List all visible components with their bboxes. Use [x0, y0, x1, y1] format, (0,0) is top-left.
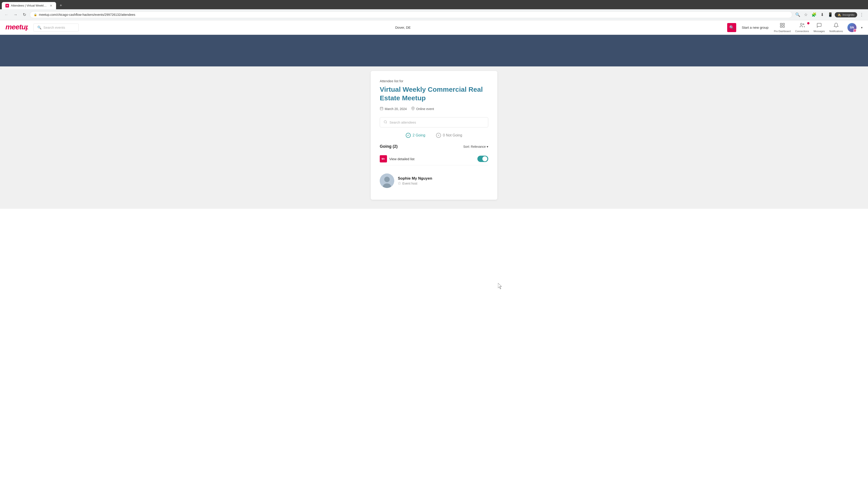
location-display[interactable]: Dover, DE	[84, 26, 722, 29]
incognito-label: Incognito	[842, 13, 855, 17]
not-going-stat[interactable]: 0 Not Going	[436, 133, 462, 138]
avatar-badge: M	[853, 29, 857, 32]
search-placeholder: Search events	[43, 26, 65, 29]
attendee-avatar-bg	[380, 173, 394, 188]
meetup-logo[interactable]: meetup	[5, 23, 28, 32]
nav-pro-dashboard[interactable]: Pro Dashboard	[774, 23, 791, 33]
attendee-avatar	[380, 173, 394, 188]
lock-icon: 🔒	[34, 13, 37, 16]
tab-bar: M Attendees | Virtual Weekly Com ✕ +	[0, 0, 868, 9]
tab-favicon: M	[5, 4, 9, 7]
pro-dashboard-label: Pro Dashboard	[774, 30, 791, 33]
search-browser-button[interactable]: 🔍	[794, 11, 801, 18]
avatar-badge-text: M	[854, 29, 856, 31]
avatar-image: SN M	[847, 23, 857, 32]
reload-button[interactable]: ↻	[21, 11, 28, 18]
chevron-down-icon: ▾	[487, 145, 488, 149]
card-subtitle: Attendee list for	[380, 79, 488, 83]
svg-point-11	[412, 108, 413, 109]
going-check-icon	[406, 133, 411, 138]
view-detailed-left: M+ View detailed list	[380, 155, 414, 162]
not-going-count: 0 Not Going	[443, 133, 462, 137]
connections-icon	[799, 23, 805, 29]
svg-rect-3	[780, 26, 782, 27]
going-stat[interactable]: 2 Going	[406, 133, 425, 138]
browser-right-icons: 🔍 ☆ 🧩 ⬇ 📱 🕵 Incognito ⋮	[794, 11, 865, 18]
svg-point-6	[803, 24, 804, 25]
device-button[interactable]: 📱	[827, 11, 834, 18]
attendee-info: Sophie My Nguyen Event host	[398, 176, 432, 186]
sort-button[interactable]: Sort: Relevance ▾	[463, 145, 488, 149]
messages-icon	[816, 23, 822, 29]
browser-frame: M Attendees | Virtual Weekly Com ✕ + ← →…	[0, 0, 868, 20]
incognito-icon: 🕵	[837, 13, 841, 17]
going-section-title: Going (2)	[380, 144, 398, 149]
dashboard-icon	[780, 23, 785, 29]
attendee-item[interactable]: Sophie My Nguyen Event host	[380, 170, 488, 192]
download-button[interactable]: ⬇	[818, 11, 826, 18]
logo-svg: meetup	[5, 23, 28, 31]
user-avatar[interactable]: SN M	[847, 23, 857, 32]
event-location-text: Online event	[416, 107, 434, 111]
connections-label: Connections	[795, 30, 809, 33]
event-meta: March 20, 2024 Online event	[380, 107, 488, 111]
connections-badge	[807, 22, 809, 24]
close-tab-button[interactable]: ✕	[50, 4, 53, 7]
incognito-badge: 🕵 Incognito	[835, 12, 857, 18]
extensions-button[interactable]: 🧩	[810, 11, 817, 18]
attendee-card: Attendee list for Virtual Weekly Commerc…	[371, 71, 497, 200]
url-display: meetup.com/chicago-cashflow-hackers/even…	[39, 13, 788, 17]
new-tab-button[interactable]: +	[57, 2, 65, 9]
card-area: Attendee list for Virtual Weekly Commerc…	[0, 66, 868, 209]
messages-label: Messages	[813, 30, 825, 33]
header-nav: Pro Dashboard Connections Messages Not	[774, 23, 863, 33]
going-stats: 2 Going 0 Not Going	[380, 133, 488, 138]
view-detailed-toggle[interactable]: ✓	[477, 156, 488, 162]
view-detailed-row: M+ View detailed list ✓	[380, 153, 488, 165]
search-attendees-input[interactable]	[390, 121, 485, 124]
attendee-avatar-svg	[380, 173, 394, 188]
search-icon: 🔍	[37, 26, 41, 30]
user-dropdown-button[interactable]: ▾	[861, 26, 863, 29]
meetup-plus-text: M+	[381, 158, 385, 160]
svg-point-17	[384, 177, 390, 182]
attendee-role-text: Event host	[402, 182, 417, 185]
browser-controls: ← → ↻ 🔒 meetup.com/chicago-cashflow-hack…	[0, 9, 868, 20]
svg-rect-2	[783, 23, 784, 25]
sort-label: Sort: Relevance	[463, 145, 486, 149]
svg-point-5	[800, 23, 802, 25]
start-group-button[interactable]: Start a new group	[742, 26, 768, 29]
svg-line-13	[386, 123, 387, 123]
notifications-icon	[833, 23, 839, 29]
card-title: Virtual Weekly Commercial Real Estate Me…	[380, 85, 488, 102]
bookmark-button[interactable]: ☆	[802, 11, 809, 18]
back-button[interactable]: ←	[3, 11, 10, 18]
not-going-x-icon	[436, 133, 441, 138]
svg-point-12	[384, 121, 386, 123]
attendee-role: Event host	[398, 182, 432, 186]
view-detailed-label: View detailed list	[389, 157, 414, 161]
nav-messages[interactable]: Messages	[813, 23, 825, 33]
toggle-knob	[483, 156, 487, 161]
meetup-plus-icon: M+	[380, 155, 387, 162]
notifications-label: Notifications	[829, 30, 843, 33]
svg-rect-1	[780, 23, 782, 25]
search-button[interactable]: 🔍	[727, 23, 736, 32]
event-date: March 20, 2024	[380, 107, 407, 111]
active-tab[interactable]: M Attendees | Virtual Weekly Com ✕	[2, 2, 56, 9]
event-date-text: March 20, 2024	[385, 107, 407, 111]
nav-notifications[interactable]: Notifications	[829, 23, 843, 33]
address-bar[interactable]: 🔒 meetup.com/chicago-cashflow-hackers/ev…	[30, 11, 792, 18]
menu-button[interactable]: ⋮	[858, 11, 865, 18]
search-attendees-container[interactable]	[380, 117, 488, 127]
forward-button[interactable]: →	[12, 11, 19, 18]
svg-rect-7	[380, 107, 383, 110]
nav-connections[interactable]: Connections	[795, 23, 809, 33]
event-location: Online event	[411, 107, 434, 111]
attendee-name: Sophie My Nguyen	[398, 176, 432, 181]
header-search[interactable]: 🔍 Search events	[33, 24, 79, 32]
search-attendees-icon	[383, 120, 387, 125]
going-count: 2 Going	[412, 133, 425, 137]
page-wrapper: meetup 🔍 Search events Dover, DE 🔍 Start…	[0, 20, 868, 209]
toggle-check-icon: ✓	[479, 158, 481, 160]
